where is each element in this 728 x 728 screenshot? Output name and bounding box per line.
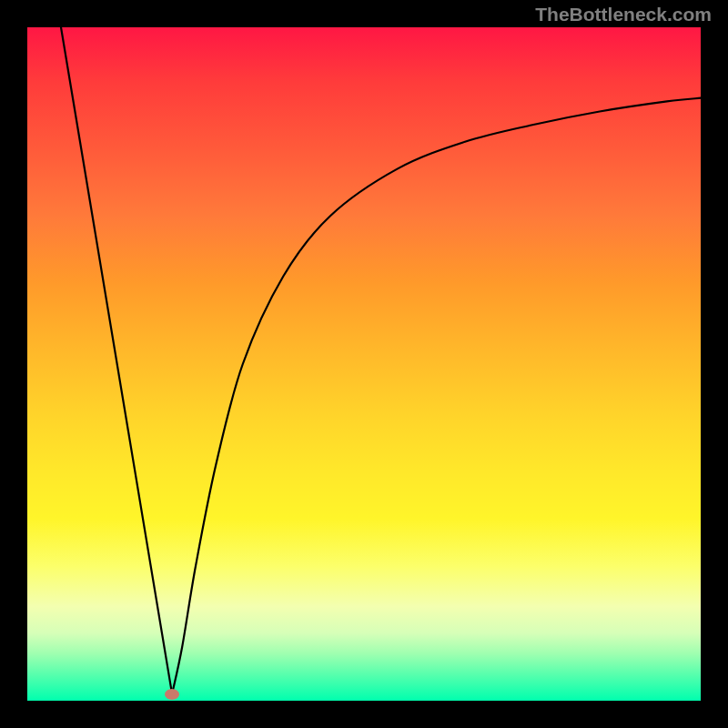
watermark-text: TheBottleneck.com xyxy=(535,4,712,25)
bottleneck-curve xyxy=(27,27,701,701)
chart-plot-area xyxy=(27,27,701,701)
optimum-marker xyxy=(165,689,179,700)
